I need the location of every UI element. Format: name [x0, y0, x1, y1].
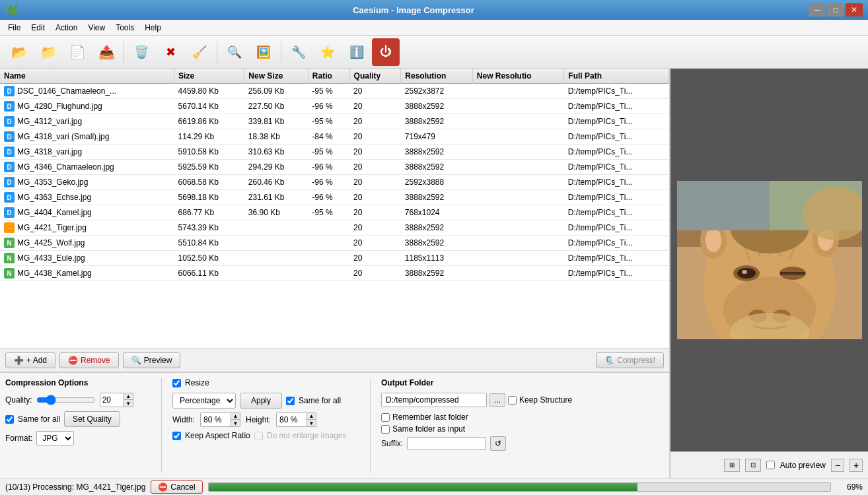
add-icon: ➕ — [14, 356, 24, 365]
export-button[interactable]: 📤 — [92, 38, 120, 66]
compress-icon: 🗜️ — [604, 356, 614, 365]
format-select[interactable]: JPG PNG BMP — [36, 431, 74, 446]
star-button[interactable]: ⭐ — [314, 38, 342, 66]
cell-name: DMG_4312_vari.jpg — [0, 114, 174, 129]
cell-size: 6066.11 Kb — [174, 266, 244, 281]
width-up-button[interactable]: ▲ — [231, 413, 240, 420]
table-row[interactable]: DMG_4280_Flughund.jpg 5670.14 Kb 227.50 … — [0, 99, 669, 114]
same-for-all-row: Same for all Set Quality — [5, 411, 151, 427]
cell-size: 4459.80 Kb — [174, 84, 244, 99]
menu-view[interactable]: View — [83, 22, 110, 34]
quality-down-button[interactable]: ▼ — [124, 400, 133, 407]
cell-newresolution — [472, 205, 563, 220]
table-row[interactable]: NMG_4438_Kamel.jpg 6066.11 Kb 20 3888x25… — [0, 266, 669, 281]
new-folder-button[interactable]: 📁 — [34, 38, 62, 66]
remove-button[interactable]: ⛔ Remove — [59, 352, 119, 368]
table-row[interactable]: DMG_4404_Kamel.jpg 686.77 Kb 36.90 Kb -9… — [0, 205, 669, 220]
table-row[interactable]: DMG_4353_Geko.jpg 6068.58 Kb 260.46 Kb -… — [0, 175, 669, 190]
search-button[interactable]: 🔍 — [221, 38, 248, 66]
maximize-button[interactable]: □ — [827, 3, 844, 16]
same-folder-checkbox[interactable] — [381, 425, 390, 434]
cell-path: D:/temp/PICs_Ti... — [564, 129, 669, 145]
resize-checkbox[interactable] — [172, 379, 181, 387]
suffix-reset-button[interactable]: ↺ — [490, 436, 506, 451]
table-row[interactable]: DMG_4346_Chamaeleon.jpg 5925.59 Kb 294.2… — [0, 160, 669, 175]
zoom-in-button[interactable]: + — [850, 459, 863, 472]
keep-structure-checkbox[interactable] — [508, 396, 517, 405]
actual-size-button[interactable]: ⊡ — [745, 459, 761, 472]
folder-path-row: ... Keep Structure — [381, 393, 664, 407]
width-down-button[interactable]: ▼ — [231, 420, 240, 426]
cell-name: DMG_4318_vari (Small).jpg — [0, 129, 174, 145]
col-header-newsize: New Size — [244, 69, 308, 84]
toolbar: 📂 📁 📄 📤 🗑️ ✖ 🧹 🔍 🖼️ 🔧 ⭐ ℹ️ ⏻ — [0, 36, 868, 69]
menu-tools[interactable]: Tools — [110, 22, 139, 34]
image-button[interactable]: 🖼️ — [250, 38, 277, 66]
menu-edit[interactable]: Edit — [26, 22, 50, 34]
auto-preview-checkbox[interactable] — [766, 461, 775, 469]
table-row[interactable]: DMG_4312_vari.jpg 6619.86 Kb 339.81 Kb -… — [0, 114, 669, 129]
file-table[interactable]: Name Size New Size Ratio Quality Resolut… — [0, 69, 669, 348]
fit-view-button[interactable]: ⊞ — [724, 459, 740, 472]
table-row[interactable]: DMG_4318_vari (Small).jpg 114.29 Kb 18.3… — [0, 129, 669, 145]
same-for-all-resize-checkbox[interactable] — [286, 397, 295, 405]
cell-resolution: 3888x2592 — [401, 220, 473, 236]
cell-newsize — [244, 220, 308, 236]
preview-area: ⊞ ⊡ Auto preview − + — [670, 69, 868, 478]
folder-path-input[interactable] — [381, 393, 487, 407]
set-quality-button[interactable]: Set Quality — [64, 411, 120, 427]
info-button[interactable]: ℹ️ — [343, 38, 371, 66]
height-spinner: ▲ ▼ — [276, 412, 316, 427]
menu-file[interactable]: File — [3, 22, 26, 34]
table-row[interactable]: NMG_4425_Wolf.jpg 5510.84 Kb 20 3888x259… — [0, 236, 669, 251]
menu-help[interactable]: Help — [139, 22, 166, 34]
height-input[interactable] — [277, 414, 307, 426]
options-panel: Compression Options Quality: ▲ ▼ — [0, 372, 669, 478]
remember-last-checkbox[interactable] — [381, 413, 390, 422]
resize-type-select[interactable]: Percentage Width Height Fit — [172, 393, 236, 409]
cell-resolution: 2592x3888 — [401, 175, 473, 190]
table-row[interactable]: →MG_4421_Tiger.jpg 5743.39 Kb 20 3888x25… — [0, 220, 669, 236]
suffix-input[interactable] — [407, 437, 486, 450]
keep-aspect-checkbox[interactable] — [172, 432, 181, 440]
close-button[interactable]: ✕ — [846, 3, 863, 16]
no-enlarge-label: Do not enlarge images — [267, 431, 347, 440]
clear-list-button[interactable]: 🗑️ — [127, 38, 155, 66]
browse-button[interactable]: ... — [489, 393, 505, 407]
output-folder: Output Folder ... Keep Structure Remembe… — [370, 378, 664, 473]
preview-image — [670, 69, 868, 451]
copy-button[interactable]: 📄 — [63, 38, 91, 66]
broom-button[interactable]: 🧹 — [186, 38, 213, 66]
settings-button[interactable]: 🔧 — [285, 38, 312, 66]
compress-button[interactable]: 🗜️ Compress! — [596, 352, 664, 368]
cell-name: DMG_4404_Kamel.jpg — [0, 205, 174, 220]
minimize-button[interactable]: ─ — [809, 3, 826, 16]
same-for-all-checkbox[interactable] — [5, 415, 14, 424]
cancel-button[interactable]: ⛔ Cancel — [151, 480, 202, 494]
open-folder-button[interactable]: 📂 — [5, 38, 33, 66]
menu-action[interactable]: Action — [50, 22, 83, 34]
table-row[interactable]: NMG_4433_Eule.jpg 1052.50 Kb 20 1185x111… — [0, 251, 669, 266]
add-button[interactable]: ➕ + Add — [5, 352, 55, 368]
row-icon: D — [4, 86, 15, 96]
table-row[interactable]: DDSC_0146_Chamaeleon_... 4459.80 Kb 256.… — [0, 84, 669, 99]
zoom-out-button[interactable]: − — [831, 459, 844, 472]
cell-resolution: 2592x3872 — [401, 84, 473, 99]
quality-slider[interactable] — [36, 395, 96, 405]
preview-button[interactable]: 🔍 Preview — [123, 352, 181, 368]
quality-up-button[interactable]: ▲ — [124, 393, 133, 400]
height-down-button[interactable]: ▼ — [307, 420, 316, 426]
table-row[interactable]: DMG_4318_vari.jpg 5910.58 Kb 310.63 Kb -… — [0, 145, 669, 160]
cell-ratio — [308, 220, 349, 236]
width-input[interactable] — [201, 414, 231, 426]
quality-input[interactable] — [100, 395, 124, 405]
main-area: Name Size New Size Ratio Quality Resolut… — [0, 69, 868, 478]
apply-button[interactable]: Apply — [240, 393, 282, 409]
no-enlarge-checkbox[interactable] — [254, 432, 263, 440]
cell-ratio: -96 % — [308, 160, 349, 175]
table-row[interactable]: DMG_4363_Echse.jpg 5698.18 Kb 231.61 Kb … — [0, 190, 669, 205]
height-up-button[interactable]: ▲ — [307, 413, 316, 420]
quality-row: Quality: ▲ ▼ — [5, 393, 151, 407]
power-button[interactable]: ⏻ — [372, 38, 400, 66]
clear-all-button[interactable]: ✖ — [157, 38, 184, 66]
